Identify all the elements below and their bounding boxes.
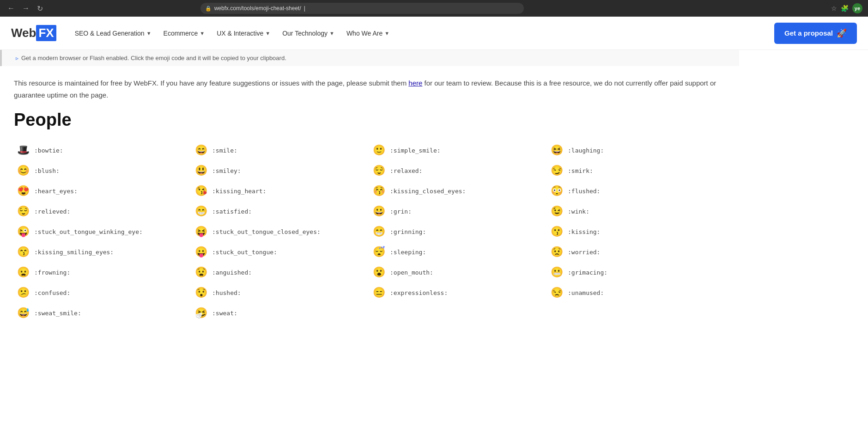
emoji-code: :sleeping: — [390, 249, 426, 256]
emoji-item[interactable]: 😚 :kissing_closed_eyes: — [370, 181, 547, 201]
emoji-item[interactable]: 😜 :stuck_out_tongue_winking_eye: — [14, 221, 192, 242]
emoji-item[interactable]: 😒 :unamused: — [547, 282, 725, 303]
emoji-char: 🤧 — [194, 307, 207, 319]
emoji-code: :blush: — [34, 167, 60, 174]
emoji-code: :flushed: — [568, 188, 600, 195]
extensions-button[interactable]: 🧩 — [841, 5, 849, 12]
emoji-item[interactable]: 😦 :frowning: — [14, 262, 192, 282]
nav-item-ecommerce[interactable]: Ecommerce ▼ — [159, 26, 210, 41]
emoji-item[interactable]: 🙂 :simple_smile: — [370, 140, 547, 160]
get-proposal-button[interactable]: Get a proposal 🚀 — [774, 23, 857, 44]
resource-notice-link[interactable]: here — [408, 79, 422, 87]
emoji-char: 😜 — [17, 226, 30, 238]
emoji-code: :frowning: — [34, 269, 70, 276]
emoji-code: :sweat: — [212, 310, 237, 317]
emoji-char: 😊 — [17, 165, 30, 177]
emoji-item[interactable]: 😁 :grinning: — [370, 221, 547, 242]
emoji-code: :unamused: — [568, 289, 604, 296]
emoji-char: 😬 — [550, 266, 563, 278]
emoji-item[interactable]: 😯 :hushed: — [192, 282, 370, 303]
info-bar-text: Get a modern browser or Flash enabled. C… — [21, 55, 286, 61]
emoji-item[interactable]: 😄 :smile: — [192, 140, 370, 160]
emoji-code: :smirk: — [568, 167, 593, 174]
emoji-item[interactable]: 😍 :heart_eyes: — [14, 181, 192, 201]
emoji-item[interactable]: 😛 :stuck_out_tongue: — [192, 242, 370, 262]
emoji-char: 😮 — [372, 266, 385, 278]
emoji-char: 😚 — [372, 185, 385, 197]
emoji-code: :kissing: — [568, 228, 600, 235]
emoji-item[interactable]: 😙 :kissing_smiling_eyes: — [14, 242, 192, 262]
user-avatar[interactable]: ye — [852, 3, 862, 13]
emoji-code: :expressionless: — [390, 289, 448, 296]
emoji-code: :kissing_smiling_eyes: — [34, 249, 114, 256]
emoji-item[interactable]: 😌 :relaxed: — [370, 160, 547, 181]
emoji-code: :stuck_out_tongue_closed_eyes: — [212, 228, 321, 235]
emoji-char: 😟 — [550, 246, 563, 258]
page-content: ▹ Get a modern browser or Flash enabled.… — [0, 50, 739, 323]
emoji-item[interactable]: 😆 :laughing: — [547, 140, 725, 160]
emoji-char: 😁 — [194, 205, 207, 217]
info-bar: ▹ Get a modern browser or Flash enabled.… — [0, 50, 739, 66]
emoji-item[interactable]: 😁 :satisfied: — [192, 201, 370, 221]
resource-notice-before: This resource is maintained for free by … — [14, 79, 408, 87]
emoji-code: :grin: — [390, 208, 412, 215]
nav-item-technology[interactable]: Our Technology ▼ — [278, 26, 339, 41]
cta-label: Get a proposal — [784, 29, 833, 37]
emoji-item[interactable]: 😉 :wink: — [547, 201, 725, 221]
emoji-item[interactable]: 😀 :grin: — [370, 201, 547, 221]
logo[interactable]: WebFX — [11, 25, 56, 41]
address-bar[interactable]: 🔒 webfx.com/tools/emoji-cheat-sheet/ | — [200, 3, 524, 14]
emoji-char: 😴 — [372, 246, 385, 258]
emoji-char: 😕 — [17, 287, 30, 299]
emoji-char: 😄 — [194, 144, 207, 156]
emoji-item[interactable]: 😅 :sweat_smile: — [14, 303, 192, 323]
emoji-item[interactable]: 😝 :stuck_out_tongue_closed_eyes: — [192, 221, 370, 242]
emoji-char: 😗 — [550, 226, 563, 238]
nav-item-ux[interactable]: UX & Interactive ▼ — [212, 26, 275, 41]
emoji-item[interactable]: 😗 :kissing: — [547, 221, 725, 242]
emoji-code: :stuck_out_tongue: — [212, 249, 277, 256]
emoji-item[interactable]: 😊 :blush: — [14, 160, 192, 181]
emoji-item[interactable]: 😴 :sleeping: — [370, 242, 547, 262]
emoji-char: 😁 — [372, 226, 385, 238]
star-button[interactable]: ☆ — [831, 5, 837, 12]
nav-items: SEO & Lead Generation ▼ Ecommerce ▼ UX &… — [70, 26, 765, 41]
emoji-code: :anguished: — [212, 269, 252, 276]
emoji-char: 😳 — [550, 185, 563, 197]
emoji-item[interactable]: 😕 :confused: — [14, 282, 192, 303]
nav-whoweare-label: Who We Are — [346, 30, 382, 37]
forward-button[interactable]: → — [20, 3, 31, 13]
nav-ux-chevron: ▼ — [265, 31, 270, 36]
emoji-item[interactable]: 😃 :smiley: — [192, 160, 370, 181]
emoji-item[interactable]: 😮 :open_mouth: — [370, 262, 547, 282]
emoji-item[interactable]: 🤧 :sweat: — [192, 303, 370, 323]
emoji-char: 😃 — [194, 165, 207, 177]
emoji-code: :worried: — [568, 249, 600, 256]
logo-fx: FX — [36, 25, 56, 41]
emoji-item[interactable]: 😌 :relieved: — [14, 201, 192, 221]
refresh-button[interactable]: ↻ — [35, 3, 45, 14]
emoji-item[interactable]: 🎩 :bowtie: — [14, 140, 192, 160]
emoji-char: 😝 — [194, 226, 207, 238]
nav-ecommerce-label: Ecommerce — [164, 30, 198, 37]
emoji-item[interactable]: 😟 :worried: — [547, 242, 725, 262]
emoji-item[interactable]: 😳 :flushed: — [547, 181, 725, 201]
emoji-char: 😀 — [372, 205, 385, 217]
emoji-char: 😒 — [550, 287, 563, 299]
back-button[interactable]: ← — [6, 3, 17, 13]
emoji-item[interactable]: 😬 :grimacing: — [547, 262, 725, 282]
emoji-item[interactable]: 😏 :smirk: — [547, 160, 725, 181]
nav-item-seo[interactable]: SEO & Lead Generation ▼ — [70, 26, 156, 41]
emoji-item[interactable]: 😑 :expressionless: — [370, 282, 547, 303]
rocket-icon: 🚀 — [837, 28, 847, 38]
emoji-item[interactable]: 😘 :kissing_heart: — [192, 181, 370, 201]
browser-chrome: ← → ↻ 🔒 webfx.com/tools/emoji-cheat-shee… — [0, 0, 868, 17]
emoji-code: :laughing: — [568, 147, 604, 154]
emoji-code: :relaxed: — [390, 167, 422, 174]
lock-icon: 🔒 — [205, 6, 212, 12]
emoji-code: :bowtie: — [34, 147, 63, 154]
emoji-char: 🎩 — [17, 144, 30, 156]
emoji-code: :smile: — [212, 147, 237, 154]
nav-item-whoweare[interactable]: Who We Are ▼ — [342, 26, 394, 41]
emoji-item[interactable]: 😧 :anguished: — [192, 262, 370, 282]
